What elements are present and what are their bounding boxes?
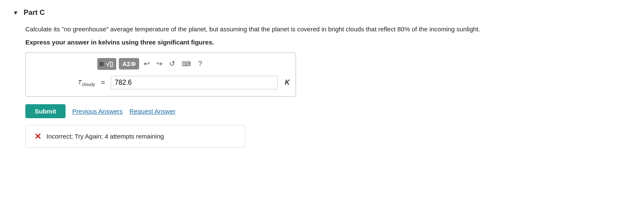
alpha-toolbar-group[interactable]: ΑΣΦ bbox=[119, 58, 139, 69]
action-row: Submit Previous Answers Request Answer bbox=[25, 104, 631, 118]
alpha-sigma-phi-label[interactable]: ΑΣΦ bbox=[121, 59, 137, 68]
instruction-text: Express your answer in kelvins using thr… bbox=[25, 39, 631, 46]
keyboard-button[interactable]: ⌨ bbox=[180, 59, 193, 69]
submit-button[interactable]: Submit bbox=[25, 104, 66, 118]
undo-button[interactable]: ↩ bbox=[142, 58, 152, 69]
collapse-chevron-icon[interactable]: ▼ bbox=[13, 9, 19, 16]
request-answer-button[interactable]: Request Answer bbox=[129, 108, 175, 115]
question-text: Calculate its "no greenhouse" average te… bbox=[25, 25, 631, 34]
part-title: Part C bbox=[24, 8, 45, 17]
math-formula-icon[interactable]: √▯ bbox=[105, 59, 114, 69]
feedback-text: Incorrect; Try Again; 4 attempts remaini… bbox=[47, 133, 164, 140]
equals-sign: = bbox=[101, 79, 105, 86]
answer-input[interactable] bbox=[111, 76, 278, 89]
toolbar: √▯ ΑΣΦ ↩ ↪ ↺ ⌨ ? bbox=[32, 58, 290, 70]
help-button[interactable]: ? bbox=[196, 59, 204, 69]
feedback-box: ✕ Incorrect; Try Again; 4 attempts remai… bbox=[25, 125, 245, 148]
answer-box: √▯ ΑΣΦ ↩ ↪ ↺ ⌨ ? Tcloudy = K bbox=[25, 53, 296, 97]
redo-button[interactable]: ↪ bbox=[154, 58, 164, 69]
incorrect-icon: ✕ bbox=[34, 131, 41, 142]
math-toolbar-group[interactable]: √▯ bbox=[97, 58, 116, 70]
square-icon bbox=[99, 62, 104, 66]
keyboard-icon: ⌨ bbox=[182, 60, 191, 67]
input-row: Tcloudy = K bbox=[32, 76, 290, 89]
unit-label: K bbox=[285, 79, 290, 86]
input-label: Tcloudy bbox=[32, 78, 95, 87]
page-container: ▼ Part C Calculate its "no greenhouse" a… bbox=[0, 0, 644, 222]
reload-button[interactable]: ↺ bbox=[167, 58, 177, 69]
previous-answers-button[interactable]: Previous Answers bbox=[72, 108, 123, 115]
part-header: ▼ Part C bbox=[13, 8, 631, 17]
